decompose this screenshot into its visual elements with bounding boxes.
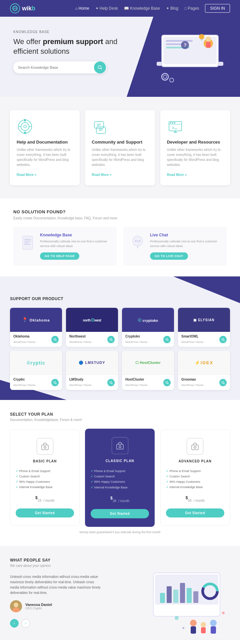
knowledge-icon	[19, 233, 36, 253]
testimonial-section: WHAT PEOPLE SAY We care about your opini…	[0, 546, 240, 640]
nav-home[interactable]: ⌂ Home	[75, 6, 89, 11]
pricing-features-classic: Phone & Email Support Custom Search 99% …	[91, 468, 149, 490]
product-search-oklahoma[interactable]	[51, 336, 59, 343]
feature-icon-community	[92, 118, 108, 135]
product-search-lmstudy[interactable]	[107, 379, 115, 386]
feature-link-developer[interactable]: Read More	[167, 173, 187, 177]
product-banner-northwest: north⊙west	[66, 308, 118, 332]
svg-point-35	[172, 122, 173, 124]
hero-illustration: ?	[137, 22, 233, 92]
solution-title-livechat: Live Chat	[150, 233, 221, 237]
solution-btn-livechat[interactable]: GO TO LIVE CHAT	[150, 252, 188, 260]
svg-rect-25	[24, 132, 26, 134]
no-solution-desc: Easily create Documentation, Knowledge b…	[13, 216, 227, 220]
search-button[interactable]	[94, 61, 106, 73]
testimonial-avatar	[10, 600, 22, 612]
nav-blog[interactable]: ✦ Blog	[166, 6, 178, 11]
livechat-icon	[129, 233, 146, 253]
product-banner-groomax: ⚡IDEX	[178, 351, 230, 375]
product-search-cryptokn[interactable]	[163, 336, 171, 343]
pricing-card-classic: CLASSIC PLAN Phone & Email Support Custo…	[85, 429, 155, 527]
nav-pages[interactable]: □ Pages	[184, 6, 199, 11]
svg-point-17	[163, 75, 167, 78]
nav-helpdesk[interactable]: ✦ Help Desk	[95, 6, 118, 11]
solution-desc-livechat: Professionally cultivate one-to-one find…	[150, 239, 221, 248]
product-info-text-cryptic: Cryptic WordPress Theme	[13, 378, 35, 387]
svg-rect-83	[191, 626, 196, 634]
product-info-northwest: Northwest WordPress Theme	[66, 332, 118, 347]
product-sub-cryptic: WordPress Theme	[13, 384, 35, 387]
feature-link-community[interactable]: Read More	[92, 173, 111, 177]
product-info-cryptic: Cryptic WordPress Theme	[10, 375, 62, 390]
pricing-btn-classic[interactable]: Get Started	[91, 509, 149, 518]
footer: 2019 © Theme Developed by ModelTheme Pri…	[0, 640, 240, 644]
product-search-smartowl[interactable]	[219, 336, 227, 343]
svg-point-69	[119, 446, 121, 448]
testimonial-author-role: CEO Cryptic	[25, 607, 52, 610]
logo-icon	[10, 3, 20, 13]
svg-point-67	[44, 446, 46, 448]
product-info-text-groomax: Groomax WordPress Theme	[181, 378, 203, 387]
pricing-period-basic: / month	[43, 499, 54, 502]
svg-rect-85	[201, 627, 206, 633]
svg-rect-27	[96, 127, 106, 134]
testimonial-nav: ‹ ›	[10, 619, 103, 628]
solution-btn-knowledge[interactable]: GO TO HELP PAGE	[40, 252, 79, 260]
svg-point-22	[21, 123, 29, 131]
pricing-btn-advanced[interactable]: Get Started	[166, 508, 224, 517]
product-card-smartowl: ▣ ELYSIAN SmartOWL WordPress Theme	[178, 308, 230, 347]
pricing-feature-basic-1: Custom Search	[16, 474, 74, 479]
product-card-groomax: ⚡IDEX Groomax WordPress Theme	[178, 351, 230, 390]
svg-point-16	[162, 73, 168, 80]
nav-links: ⌂ Home ✦ Help Desk 📖 Knowledge Base ✦ Bl…	[75, 4, 230, 13]
pricing-feature-advanced-3: Internal Knowledge Base	[166, 484, 224, 490]
feature-link-help[interactable]: Read More	[17, 173, 36, 177]
pages-icon: □	[184, 6, 187, 11]
hero-content: KNOWLEDGE BASE We offer premium support …	[13, 30, 133, 73]
pricing-feature-classic-3: Internal Knowledge Base	[91, 484, 149, 490]
pricing-features-basic: Phone & Email Support Custom Search 99% …	[16, 468, 74, 490]
navbar: wikb ⌂ Home ✦ Help Desk 📖 Knowledge Base…	[0, 0, 240, 17]
search-input[interactable]	[13, 63, 94, 72]
product-search-hostcluster[interactable]	[163, 379, 171, 386]
product-banner-cryptic: ©ryptic	[10, 351, 62, 375]
svg-line-51	[56, 340, 57, 341]
svg-rect-15	[201, 39, 203, 40]
solution-text-knowledge: Knowledge Base Professionally cultivate …	[40, 233, 111, 260]
hero-section: ? KNOWLEDGE BASE We offer premium suppor…	[0, 17, 240, 97]
svg-line-55	[168, 340, 169, 341]
product-info-text-smartowl: SmartOWL WordPress Theme	[181, 335, 203, 344]
pricing-period-classic: / month	[118, 499, 129, 503]
sign-in-button[interactable]: SIGN IN	[205, 4, 230, 13]
testimonial-next-button[interactable]: ›	[21, 619, 30, 628]
svg-point-58	[54, 381, 56, 383]
svg-rect-76	[173, 590, 178, 603]
product-sub-smartowl: WordPress Theme	[181, 341, 203, 344]
pricing-feature-classic-0: Phone & Email Support	[91, 468, 149, 473]
hero-title: We offer premium support andefficient so…	[13, 37, 133, 56]
product-search-groomax[interactable]	[219, 379, 227, 386]
svg-line-20	[101, 68, 102, 70]
product-banner-hostcluster: ⬡ HostCluster	[122, 351, 174, 375]
pricing-amount-basic: 18	[38, 499, 41, 502]
product-search-northwest[interactable]	[107, 336, 115, 343]
testimonial-prev-button[interactable]: ‹	[10, 619, 19, 628]
product-info-cryptokn: Cryptokn WordPress Theme	[122, 332, 174, 347]
pricing-features-advanced: Phone & Email Support Custom Search 99% …	[166, 468, 224, 490]
product-info-text-hostcluster: HostCluster WordPress Theme	[125, 378, 147, 387]
pricing-btn-basic[interactable]: Get Started	[16, 508, 74, 517]
nav-knowledge[interactable]: 📖 Knowledge Base	[124, 6, 160, 11]
product-search-cryptic[interactable]	[51, 379, 59, 386]
pricing-feature-classic-2: 99% Happy Customers	[91, 479, 149, 484]
svg-rect-78	[187, 588, 192, 603]
svg-rect-77	[180, 583, 185, 603]
solution-cards: Knowledge Base Professionally cultivate …	[13, 227, 227, 266]
product-sub-oklahoma: WordPress Theme	[13, 341, 35, 344]
book-icon: 📖	[124, 6, 129, 11]
logo[interactable]: wikb	[10, 3, 35, 13]
testimonial-author-name: Vanessa Daniel	[25, 603, 52, 607]
svg-rect-24	[24, 119, 26, 121]
product-sub-lmstudy: WordPress Theme	[69, 384, 91, 387]
product-card-oklahoma: 📍 Oklahoma Oklahoma WordPress Theme	[10, 308, 62, 347]
product-sub-northwest: WordPress Theme	[69, 341, 91, 344]
